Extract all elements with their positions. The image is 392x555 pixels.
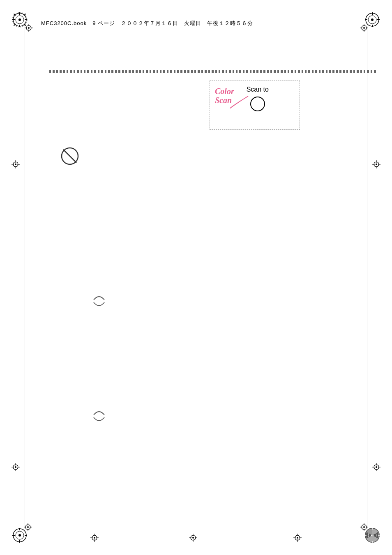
dot: [256, 70, 258, 73]
svg-point-43: [15, 164, 16, 165]
dot: [150, 70, 151, 73]
dot: [108, 70, 110, 73]
header-text: MFC3200C.book 9 ページ ２００２年７月１６日 火曜日 午後１２時…: [41, 20, 253, 27]
dot: [139, 70, 141, 73]
dot: [291, 70, 293, 73]
dot: [205, 70, 206, 73]
svg-point-2: [18, 18, 21, 21]
crosshair-left-bottom: [12, 463, 20, 473]
dot: [81, 70, 82, 73]
svg-point-14: [371, 18, 374, 21]
dot: [346, 70, 348, 73]
svg-point-35: [28, 27, 30, 29]
dot: [243, 70, 244, 73]
dot: [77, 70, 78, 73]
header-cross-right: [360, 24, 368, 32]
dot: [305, 70, 307, 73]
dot: [322, 70, 324, 73]
dot: [115, 70, 117, 73]
dot: [229, 70, 231, 73]
svg-point-21: [18, 534, 21, 537]
dot: [105, 70, 106, 73]
dot: [270, 70, 272, 73]
dot: [191, 70, 193, 73]
crosshair-bottom-left: [90, 534, 99, 543]
dot: [87, 70, 89, 73]
svg-point-55: [376, 164, 377, 165]
dot: [198, 70, 199, 73]
dot: [74, 70, 75, 73]
dot: [253, 70, 255, 73]
dot: [226, 70, 227, 73]
dot: [177, 70, 179, 73]
dot: [208, 70, 210, 73]
svg-point-79: [297, 537, 298, 539]
dot: [170, 70, 172, 73]
dot: [302, 70, 303, 73]
dot: [143, 70, 144, 73]
footer-rule-top: [25, 522, 367, 522]
dotted-divider: [49, 70, 376, 73]
dot: [91, 70, 92, 73]
scan-box-inner: Color Scan Scan to: [215, 85, 295, 125]
dot: [132, 70, 134, 73]
dot: [53, 70, 54, 73]
dot: [215, 70, 217, 73]
dot: [281, 70, 282, 73]
dot: [111, 70, 113, 73]
dot: [49, 70, 51, 73]
dot: [101, 70, 103, 73]
dot: [298, 70, 300, 73]
header-rule-top: [25, 29, 367, 29]
dot: [284, 70, 286, 73]
dot: [125, 70, 127, 73]
arrow-symbols-group-1: [90, 292, 108, 312]
dot: [153, 70, 154, 73]
scan-to-label: Scan to: [247, 86, 269, 93]
no-entry-icon: [61, 147, 79, 165]
scan-slash-icon: [230, 94, 250, 111]
dot: [70, 70, 71, 73]
header-cross-left: [25, 24, 33, 32]
color-scan-box: Color Scan Scan to: [210, 81, 300, 130]
dot: [219, 70, 220, 73]
footer-rule-bottom: [25, 526, 367, 526]
dot: [63, 70, 65, 73]
svg-point-49: [15, 466, 16, 468]
dot: [187, 70, 189, 73]
header-rule-bottom: [25, 33, 367, 33]
dot: [367, 70, 369, 73]
dot: [212, 70, 213, 73]
dot: [236, 70, 238, 73]
dot: [201, 70, 203, 73]
dot: [260, 70, 262, 73]
scan-label: Scan: [215, 96, 232, 105]
crosshair-right-top: [372, 160, 380, 170]
margin-line-right: [367, 25, 367, 530]
dot: [246, 70, 248, 73]
dot: [84, 70, 85, 73]
dot: [136, 70, 137, 73]
dot: [263, 70, 265, 73]
svg-point-97: [363, 526, 365, 528]
dot: [350, 70, 351, 73]
dot: [98, 70, 99, 73]
dot: [326, 70, 327, 73]
crosshair-right-bottom: [372, 463, 380, 473]
dot: [274, 70, 275, 73]
dot: [174, 70, 175, 73]
dot: [329, 70, 331, 73]
dot: [167, 70, 168, 73]
footer-cross-left: [24, 523, 32, 531]
color-scan-label: Color Scan: [215, 85, 234, 105]
dot: [56, 70, 58, 73]
dot: [360, 70, 362, 73]
dot: [308, 70, 310, 73]
dot: [332, 70, 334, 73]
dot: [353, 70, 355, 73]
dot: [184, 70, 186, 73]
dot: [94, 70, 96, 73]
dot: [371, 70, 372, 73]
dot: [312, 70, 314, 73]
dot: [146, 70, 148, 73]
